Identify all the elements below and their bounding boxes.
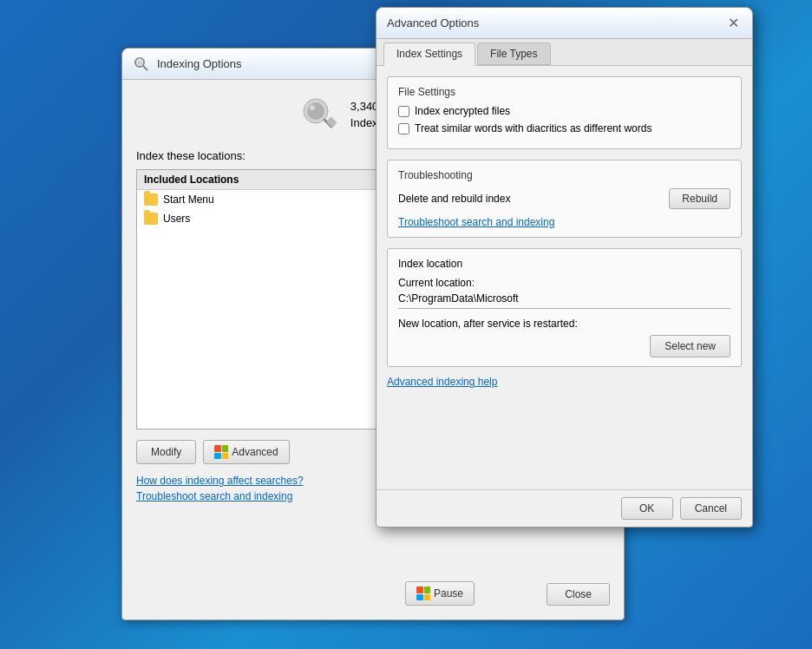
- cancel-button[interactable]: Cancel: [680, 497, 742, 520]
- modify-button[interactable]: Modify: [136, 440, 196, 464]
- svg-point-6: [310, 105, 315, 110]
- troubleshooting-title: Troubleshooting: [398, 169, 730, 181]
- rebuild-row: Delete and rebuild index Rebuild: [398, 188, 730, 209]
- troubleshoot-search-link[interactable]: Troubleshoot search and indexing: [398, 216, 554, 228]
- svg-point-5: [307, 102, 324, 120]
- checkbox-row-encrypted: Index encrypted files: [398, 105, 730, 117]
- troubleshooting-section: Troubleshooting Delete and rebuild index…: [387, 160, 742, 238]
- dialog-close-button[interactable]: ✕: [724, 15, 742, 32]
- indexing-icon: [133, 56, 150, 73]
- select-new-row: Select new: [398, 335, 730, 357]
- select-new-button[interactable]: Select new: [650, 335, 730, 357]
- index-encrypted-checkbox[interactable]: [398, 106, 409, 117]
- svg-line-2: [143, 66, 147, 70]
- advanced-button[interactable]: Advanced: [203, 440, 289, 464]
- index-location-title: Index location: [398, 258, 730, 270]
- ok-button[interactable]: OK: [621, 497, 673, 520]
- tab-file-types[interactable]: File Types: [477, 43, 550, 65]
- index-location-section: Index location Current location: C:\Prog…: [387, 248, 742, 367]
- checkbox-row-diacritics: Treat similar words with diacritics as d…: [398, 122, 730, 134]
- close-button-area: Close: [547, 583, 610, 606]
- current-location-label: Current location:: [398, 277, 730, 289]
- svg-point-3: [139, 58, 141, 61]
- advanced-footer: OK Cancel: [377, 489, 752, 527]
- indexing-status-icon: [295, 94, 337, 135]
- location-name: Start Menu: [163, 193, 214, 206]
- svg-rect-8: [326, 116, 337, 128]
- advanced-indexing-link[interactable]: Advanced indexing help: [387, 376, 497, 388]
- location-name: Users: [163, 213, 190, 225]
- rebuild-label: Delete and rebuild index: [398, 193, 510, 205]
- advanced-options-dialog: Advanced Options ✕ Index Settings File T…: [376, 7, 753, 528]
- file-settings-section: File Settings Index encrypted files Trea…: [387, 76, 742, 149]
- advanced-body: File Settings Index encrypted files Trea…: [377, 66, 752, 398]
- folder-icon: [144, 193, 158, 206]
- current-location-value: C:\ProgramData\Microsoft: [398, 292, 730, 309]
- tab-bar: Index Settings File Types: [377, 39, 752, 66]
- folder-icon: [144, 213, 158, 225]
- diacritics-checkbox[interactable]: [398, 123, 409, 134]
- diacritics-label: Treat similar words with diacritics as d…: [415, 122, 652, 134]
- new-location-label: New location, after service is restarted…: [398, 318, 730, 330]
- close-button[interactable]: Close: [547, 583, 610, 606]
- advanced-title-bar: Advanced Options ✕: [377, 8, 752, 39]
- windows-logo-icon: [214, 445, 228, 459]
- rebuild-button[interactable]: Rebuild: [669, 188, 730, 209]
- tab-index-settings[interactable]: Index Settings: [383, 43, 475, 66]
- index-encrypted-label: Index encrypted files: [415, 105, 510, 117]
- windows-logo-icon: [416, 587, 430, 600]
- indexing-title-text: Indexing Options: [157, 57, 242, 70]
- pause-button[interactable]: Pause: [405, 581, 475, 606]
- advanced-title-text: Advanced Options: [387, 16, 479, 30]
- file-settings-title: File Settings: [398, 86, 730, 98]
